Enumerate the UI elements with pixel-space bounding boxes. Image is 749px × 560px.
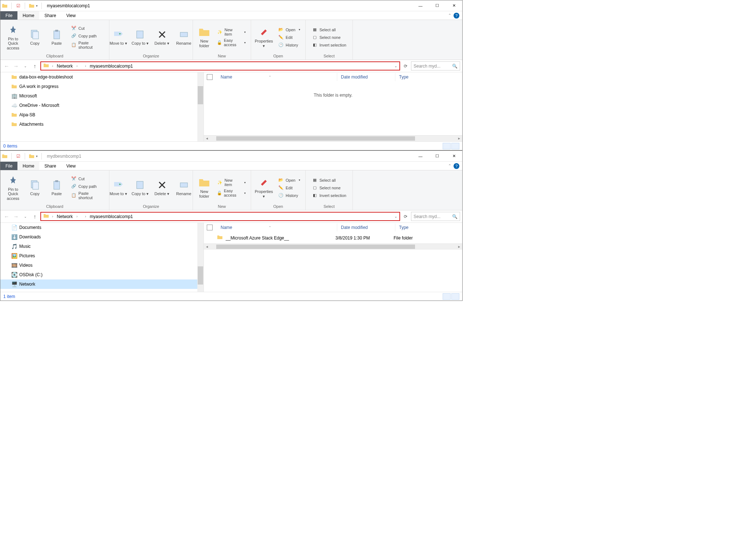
ribbon-cut[interactable]: ✂️Cut [68,25,107,32]
ribbon-new item[interactable]: ✨New item▾ [214,177,249,188]
titlebar[interactable]: ☑ ▾ mydbesmbcomp1 — ☐ ✕ [0,151,462,162]
ribbon-move to[interactable]: Move to ▾ [108,28,129,46]
maximize-button[interactable]: ☐ [429,0,446,11]
nav-item[interactable]: 🖼️Pictures [0,251,204,261]
nav-item[interactable]: 🎞️Videos [0,261,204,270]
ribbon-copy path[interactable]: 🔗Copy path [68,32,107,40]
ribbon-copy to[interactable]: Copy to ▾ [130,178,151,197]
tab-view[interactable]: View [61,11,81,20]
nav-recent-dropdown[interactable]: ⌄ [21,213,29,221]
maximize-button[interactable]: ☐ [429,151,446,162]
collapse-ribbon-icon[interactable]: ⌃ [448,13,451,18]
column-date[interactable]: Date modified [337,73,395,81]
nav-forward-icon[interactable]: → [12,213,20,221]
ribbon-invert selection[interactable]: ◧Invert selection [309,41,349,49]
ribbon-rename[interactable]: Rename [173,178,194,197]
ribbon-copy[interactable]: Copy [24,28,45,46]
nav-item[interactable]: 🏢Microsoft [0,91,204,101]
ribbon-paste shortcut[interactable]: 📋Paste shortcut [68,40,107,50]
tab-file[interactable]: File [0,11,17,20]
ribbon-new folder[interactable]: New folder [195,26,213,48]
qat-dropdown-icon[interactable]: ▾ [36,4,38,8]
ribbon-move to[interactable]: Move to ▾ [108,178,129,197]
column-date[interactable]: Date modified [337,223,395,231]
ribbon-paste[interactable]: Paste [46,28,67,46]
nav-up-icon[interactable]: ↑ [31,213,39,221]
nav-forward-icon[interactable]: → [12,62,20,70]
nav-item[interactable]: 🎵Music [0,242,204,251]
view-large-icon[interactable] [451,143,459,149]
ribbon-invert selection[interactable]: ◧Invert selection [309,192,349,199]
select-all-checkbox[interactable] [207,225,213,230]
column-name[interactable]: Name⌃ [217,73,337,81]
ribbon-copy to[interactable]: Copy to ▾ [130,28,151,46]
nav-item[interactable]: 🖥️Network [0,279,204,289]
ribbon-cut[interactable]: ✂️Cut [68,175,107,182]
ribbon-select none[interactable]: ▢Select none [309,184,349,192]
ribbon-open[interactable]: 📂Open▾ [275,177,303,184]
tab-home[interactable]: Home [17,162,39,170]
titlebar[interactable]: ☑ ▾ myasesmblocalcomp1 — ☐ ✕ [0,0,462,11]
ribbon-select all[interactable]: ▦Select all [309,26,349,33]
ribbon-paste[interactable]: Paste [46,178,67,197]
view-large-icon[interactable] [451,293,459,300]
content-horizontal-scrollbar[interactable]: ◄ ► [204,243,462,250]
tab-view[interactable]: View [61,162,81,170]
ribbon-select all[interactable]: ▦Select all [309,177,349,184]
ribbon-easy access[interactable]: 🔓Easy access▾ [214,37,249,48]
address-dropdown-icon[interactable]: ⌄ [394,64,397,68]
close-button[interactable]: ✕ [446,0,462,11]
breadcrumb-part[interactable]: myasesmblocalcomp1 [89,214,134,219]
ribbon-easy access[interactable]: 🔓Easy access▾ [214,188,249,198]
column-type[interactable]: Type [395,73,439,81]
ribbon-properties[interactable]: Properties ▾ [253,26,274,48]
tab-home[interactable]: Home [17,11,39,20]
breadcrumb[interactable]: › Network››myasesmblocalcomp1 ⌄ [40,61,400,70]
refresh-button[interactable]: ⟳ [402,62,410,70]
nav-scrollbar[interactable] [197,223,204,292]
ribbon-delete[interactable]: Delete ▾ [152,178,173,197]
ribbon-edit[interactable]: ✏️Edit [275,184,303,192]
ribbon-pin to quick access[interactable]: Pin to Quick access [3,24,24,51]
nav-item[interactable]: ⬇️Downloads [0,232,204,242]
ribbon-rename[interactable]: Rename [173,28,194,46]
nav-item[interactable]: 📄Documents [0,223,204,232]
nav-item[interactable]: 💽OSDisk (C:) [0,270,204,279]
nav-item[interactable]: data-box-edge-troubleshoot [0,72,204,82]
help-icon[interactable]: ? [454,163,459,169]
ribbon-properties[interactable]: Properties ▾ [253,176,274,199]
content-horizontal-scrollbar[interactable]: ◄ ► [204,135,462,141]
close-button[interactable]: ✕ [446,151,462,162]
file-row[interactable]: __Microsoft Azure Stack Edge__ 3/8/2019 … [204,232,462,243]
ribbon-paste shortcut[interactable]: 📋Paste shortcut [68,190,107,201]
column-type[interactable]: Type [395,223,439,231]
collapse-ribbon-icon[interactable]: ⌃ [448,164,451,168]
tab-share[interactable]: Share [39,162,61,170]
breadcrumb-part[interactable]: myasesmblocalcomp1 [89,64,134,69]
minimize-button[interactable]: — [412,151,429,162]
ribbon-history[interactable]: 🕑History [275,41,303,49]
ribbon-new item[interactable]: ✨New item▾ [214,27,249,37]
ribbon-pin to quick access[interactable]: Pin to Quick access [3,174,24,201]
view-details-icon[interactable] [443,293,451,300]
nav-item[interactable]: Alpa-SB [0,110,204,120]
ribbon-copy[interactable]: Copy [24,178,45,197]
view-details-icon[interactable] [443,143,451,149]
breadcrumb[interactable]: › Network››myasesmblocalcomp1 ⌄ [40,212,400,221]
ribbon-open[interactable]: 📂Open▾ [275,26,303,33]
ribbon-delete[interactable]: Delete ▾ [152,28,173,46]
qat-newfolder-icon[interactable] [29,153,35,159]
qat-properties-icon[interactable]: ☑ [15,153,21,159]
nav-item[interactable]: GA work in progress [0,82,204,91]
ribbon-copy path[interactable]: 🔗Copy path [68,183,107,190]
ribbon-select none[interactable]: ▢Select none [309,34,349,41]
nav-item[interactable]: ☁️OneDrive - Microsoft [0,101,204,110]
search-input[interactable]: Search myd... 🔍 [411,61,460,70]
nav-item[interactable]: Attachments [0,120,204,129]
qat-dropdown-icon[interactable]: ▾ [36,154,38,158]
nav-scrollbar[interactable] [197,72,204,141]
minimize-button[interactable]: — [412,0,429,11]
breadcrumb-part[interactable]: Network [56,64,73,69]
qat-properties-icon[interactable]: ☑ [15,3,21,9]
search-input[interactable]: Search myd... 🔍 [411,212,460,221]
